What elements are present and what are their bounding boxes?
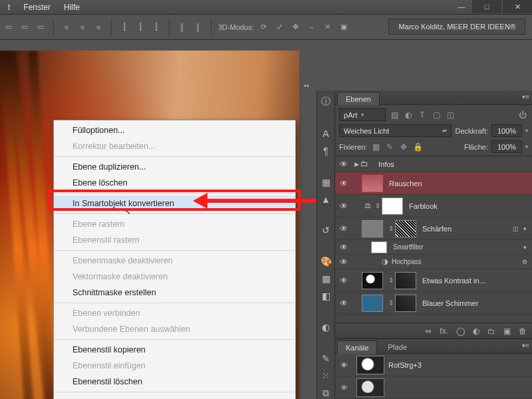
- context-menu-item[interactable]: Ebene löschen: [54, 175, 295, 191]
- visibility-toggle[interactable]: 👁: [335, 160, 352, 169]
- filter-toggle-icon[interactable]: ⏻: [517, 110, 528, 120]
- new-layer-icon[interactable]: ▣: [503, 327, 511, 336]
- swatches-icon[interactable]: ▦: [320, 273, 332, 284]
- 3d-pan-icon[interactable]: ✥: [290, 21, 302, 33]
- distribute-icon[interactable]: ║: [176, 21, 188, 33]
- align-icon[interactable]: ▭: [3, 21, 15, 33]
- visibility-toggle[interactable]: 👁: [335, 201, 352, 211]
- layer-row[interactable]: 👁 ⇕ Blauer Schimmer: [335, 292, 532, 315]
- menubar-item-window[interactable]: Fenster: [17, 1, 57, 14]
- context-menu-item[interactable]: In Smartobjekt konvertieren: [54, 196, 295, 211]
- 3d-scale-icon[interactable]: ⤧: [322, 21, 334, 33]
- panel-menu-icon[interactable]: ▾≡: [522, 342, 529, 349]
- visibility-toggle[interactable]: 👁: [335, 276, 352, 285]
- layer-name[interactable]: Infos: [378, 160, 529, 168]
- visibility-toggle[interactable]: 👁: [335, 224, 352, 233]
- distribute-icon[interactable]: ┇: [118, 21, 130, 33]
- layer-name[interactable]: Blauer Schimmer: [422, 299, 529, 307]
- distribute-icon[interactable]: ≡: [61, 21, 72, 33]
- panel-collapse-icon[interactable]: ◂◂: [303, 82, 309, 88]
- clone-source-icon[interactable]: ⧉: [320, 388, 332, 399]
- history-icon[interactable]: ↺: [320, 225, 332, 235]
- lock-pixels-icon[interactable]: ✎: [384, 142, 395, 152]
- align-icon[interactable]: ▭: [35, 21, 47, 33]
- menubar-item[interactable]: t: [1, 1, 17, 14]
- disclosure-icon[interactable]: ▶: [352, 161, 360, 168]
- visibility-toggle[interactable]: 👁: [335, 257, 352, 267]
- layer-thumb[interactable]: [362, 175, 383, 192]
- 3d-camera-icon[interactable]: ▣: [338, 21, 350, 33]
- layer-fx-icon[interactable]: fx.: [440, 327, 448, 336]
- distribute-icon[interactable]: ┇: [150, 21, 162, 33]
- blend-mode-select[interactable]: Weiches Licht◂▾: [339, 124, 452, 137]
- layers-list[interactable]: 👁 ▶ 🗀 Infos👁 Rauschen 👁 ⚖ ⇕ Farblook 👁 ⇕…: [335, 156, 532, 323]
- mask-thumb[interactable]: [395, 220, 416, 237]
- context-menu-item[interactable]: Ebene duplizieren...: [54, 159, 295, 175]
- layer-row[interactable]: 👁 ◑ Hochpass ⚙: [335, 255, 532, 269]
- context-menu-item[interactable]: Ebenenstil kopieren: [54, 342, 295, 358]
- histogram-icon[interactable]: ▲: [320, 194, 332, 205]
- color-icon[interactable]: 🎨: [320, 256, 332, 267]
- layer-filter-type[interactable]: ρ Art▾: [339, 108, 386, 121]
- info-icon[interactable]: ⓘ: [320, 96, 332, 108]
- menubar-item-help[interactable]: Hilfe: [57, 1, 86, 14]
- disclosure-icon[interactable]: ▾: [520, 225, 529, 232]
- tab-channels[interactable]: Kanäle: [337, 340, 377, 354]
- opacity-field[interactable]: 100%: [491, 124, 522, 137]
- panel-menu-icon[interactable]: ▾≡: [522, 93, 529, 100]
- mask-thumb[interactable]: [382, 198, 403, 215]
- layer-row[interactable]: 👁 Smartfilter ▾: [335, 240, 532, 255]
- filter-settings-icon[interactable]: ⚙: [520, 259, 529, 265]
- layer-name[interactable]: Rauschen: [389, 180, 529, 188]
- brush-icon[interactable]: ✎: [320, 353, 332, 364]
- 3d-orbit-icon[interactable]: ⟳: [258, 21, 270, 33]
- channels-list[interactable]: 👁 Rot Strg+3👁: [335, 354, 532, 399]
- distribute-icon[interactable]: ≡: [92, 21, 104, 33]
- layer-thumb[interactable]: [362, 295, 383, 312]
- layer-name[interactable]: Hochpass: [392, 258, 520, 265]
- tab-paths[interactable]: Pfade: [379, 340, 416, 354]
- new-group-icon[interactable]: 🗀: [487, 327, 495, 336]
- 3d-roll-icon[interactable]: ⤢: [274, 21, 286, 33]
- layer-thumb[interactable]: [362, 220, 383, 237]
- layer-row[interactable]: 👁 ⚖ ⇕ Farblook: [335, 195, 532, 217]
- workspace-label[interactable]: Marco Kolditz, MEER DER IDEEN®: [388, 19, 525, 35]
- layer-name[interactable]: Farblook: [409, 202, 529, 210]
- tab-layers[interactable]: Ebenen: [337, 92, 380, 105]
- close-button[interactable]: ✕: [503, 0, 532, 13]
- distribute-icon[interactable]: ≡: [76, 21, 88, 33]
- filter-shape-icon[interactable]: ▢: [431, 110, 442, 120]
- filter-adjust-icon[interactable]: ◐: [403, 110, 414, 120]
- visibility-toggle[interactable]: 👁: [335, 179, 352, 188]
- mask-thumb[interactable]: [395, 295, 416, 312]
- 3d-slide-icon[interactable]: ↔: [306, 21, 318, 33]
- channel-row[interactable]: 👁: [335, 376, 532, 399]
- link-layers-icon[interactable]: ⇔: [425, 327, 432, 336]
- layer-row[interactable]: 👁 Rauschen: [335, 172, 532, 195]
- context-menu-item[interactable]: Ebenenstil löschen: [54, 374, 295, 390]
- lock-all-icon[interactable]: 🔒: [412, 142, 423, 152]
- filter-type-icon[interactable]: T: [417, 110, 428, 120]
- minimize-button[interactable]: —: [452, 0, 471, 13]
- layer-thumb[interactable]: [362, 272, 383, 289]
- context-menu-item[interactable]: Fülloptionen...: [54, 122, 295, 138]
- delete-layer-icon[interactable]: 🗑: [519, 327, 527, 336]
- adjustments-icon[interactable]: ◐: [320, 322, 332, 332]
- distribute-icon[interactable]: ║: [192, 21, 204, 33]
- mask-thumb[interactable]: [395, 272, 416, 289]
- lock-transparent-icon[interactable]: ▦: [370, 142, 381, 152]
- styles-icon[interactable]: ◧: [320, 291, 332, 301]
- visibility-toggle[interactable]: 👁: [335, 361, 352, 369]
- layer-name[interactable]: Schärfen: [422, 225, 511, 233]
- brush-presets-icon[interactable]: ⁙: [320, 370, 332, 381]
- disclosure-icon[interactable]: ▾: [520, 244, 529, 251]
- maximize-button[interactable]: □: [472, 0, 501, 13]
- layer-mask-icon[interactable]: ◯: [456, 327, 465, 336]
- layer-row[interactable]: 👁 ⇕ Schärfen ◫▾: [335, 217, 532, 240]
- filter-pixel-icon[interactable]: ▧: [389, 110, 400, 120]
- layer-row[interactable]: 👁 ⇕ Etwas Kontrast in...: [335, 269, 532, 292]
- navigator-icon[interactable]: ▦: [320, 177, 332, 188]
- distribute-icon[interactable]: ┇: [134, 21, 146, 33]
- layer-row[interactable]: 👁 ▶ 🗀 Infos: [335, 156, 532, 172]
- channel-row[interactable]: 👁 Rot Strg+3: [335, 354, 532, 376]
